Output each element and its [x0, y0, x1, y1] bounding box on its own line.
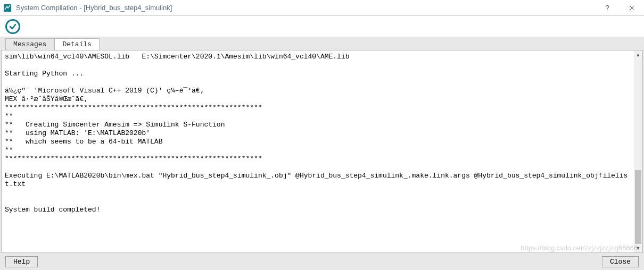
tab-row: Messages Details: [0, 37, 644, 50]
titlebar: System Compilation - [Hybrid_bus_step4_s…: [0, 0, 644, 16]
status-success-icon: [5, 19, 20, 34]
vertical-scrollbar[interactable]: ▲ ▼: [634, 50, 642, 252]
help-button[interactable]: Help: [5, 256, 38, 267]
tab-messages[interactable]: Messages: [5, 38, 54, 50]
scroll-track[interactable]: [634, 59, 642, 244]
app-icon: [3, 4, 12, 12]
window-title: System Compilation - [Hybrid_bus_step4_s…: [16, 4, 595, 12]
status-row: [0, 16, 644, 37]
scroll-up-button[interactable]: ▲: [634, 50, 642, 59]
scroll-thumb[interactable]: [635, 170, 641, 244]
close-window-button[interactable]: [620, 0, 644, 16]
footer: Help Close: [0, 253, 644, 270]
log-panel: sim\lib\win64_vcl40\AMESOL.lib E:\Simcen…: [1, 50, 643, 253]
log-output: sim\lib\win64_vcl40\AMESOL.lib E:\Simcen…: [2, 50, 634, 252]
tab-details[interactable]: Details: [54, 38, 100, 50]
scroll-down-button[interactable]: ▼: [634, 244, 642, 252]
close-button[interactable]: Close: [602, 256, 639, 267]
help-hint-button[interactable]: ?: [595, 0, 620, 16]
